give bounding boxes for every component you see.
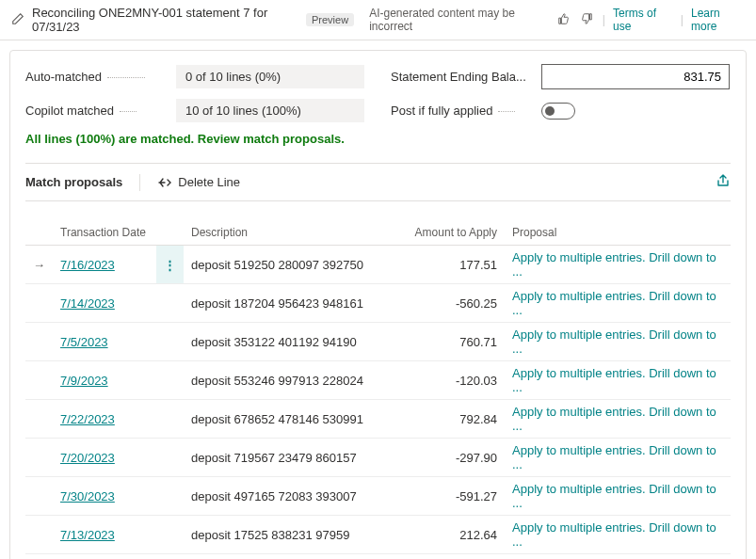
transaction-date-link[interactable]: 7/9/2023: [60, 374, 108, 388]
amount-cell: -120.03: [392, 361, 505, 400]
transaction-date-link[interactable]: 7/13/2023: [60, 528, 115, 542]
col-description[interactable]: Description: [184, 220, 392, 246]
thumbs-down-icon[interactable]: [578, 10, 595, 30]
amount-cell: 177.51: [392, 246, 505, 284]
ai-disclaimer: AI-generated content may be incorrect: [369, 7, 548, 33]
description-cell: deposit 553246 997913 228024: [184, 361, 392, 400]
amount-cell: 760.71: [392, 323, 505, 361]
terms-of-use-link[interactable]: Terms of use: [613, 7, 673, 33]
row-indicator: [25, 477, 53, 516]
description-cell: deposit 678652 478146 530991: [184, 400, 392, 439]
row-indicator: [25, 400, 53, 439]
balance-label: Statement Ending Bala...: [391, 70, 541, 84]
statement-ending-balance-input[interactable]: [541, 64, 730, 89]
match-proposals-heading: Match proposals: [25, 175, 122, 189]
transaction-date-link[interactable]: 7/5/2023: [60, 335, 108, 349]
table-row[interactable]: 7/20/2023deposit 719567 23479 860157-297…: [25, 439, 731, 477]
proposal-link[interactable]: Apply to multiple entries. Drill down to…: [512, 366, 716, 394]
amount-cell: -297.90: [392, 439, 505, 477]
proposal-link[interactable]: Apply to multiple entries. Drill down to…: [512, 327, 716, 356]
proposal-link[interactable]: Apply to multiple entries. Drill down to…: [512, 520, 716, 549]
proposal-link[interactable]: Apply to multiple entries. Drill down to…: [512, 289, 716, 317]
row-menu-icon[interactable]: ⋮: [164, 258, 176, 272]
learn-more-link[interactable]: Learn more: [691, 7, 745, 33]
description-cell: deposit 887397 874233 131207: [184, 554, 392, 560]
thumbs-up-icon[interactable]: [555, 10, 572, 30]
transaction-date-link[interactable]: 7/20/2023: [60, 451, 115, 465]
description-cell: deposit 719567 23479 860157: [184, 439, 392, 477]
row-indicator: [25, 284, 53, 323]
col-proposal[interactable]: Proposal: [505, 220, 731, 246]
description-cell: deposit 353122 401192 94190: [184, 323, 392, 361]
copilot-matched-value: 10 of 10 lines (100%): [176, 99, 364, 122]
amount-cell: 212.64: [392, 516, 505, 554]
table-row[interactable]: 7/14/2023deposit 187204 956423 948161-56…: [25, 284, 731, 323]
col-transaction-date[interactable]: Transaction Date: [53, 220, 156, 246]
post-if-fully-applied-toggle[interactable]: [541, 103, 575, 120]
table-row[interactable]: 7/30/2023deposit 497165 72083 393007-591…: [25, 477, 731, 516]
status-line: All lines (100%) are matched. Review mat…: [25, 132, 731, 146]
amount-cell: 792.84: [392, 400, 505, 439]
table-row[interactable]: 7/9/2023deposit 553246 997913 228024-120…: [25, 361, 731, 400]
proposal-link[interactable]: Apply to multiple entries. Drill down to…: [512, 250, 716, 279]
transaction-date-link[interactable]: 7/30/2023: [60, 489, 115, 503]
delete-line-icon: [157, 175, 172, 190]
table-row[interactable]: 7/5/2023deposit 353122 401192 94190760.7…: [25, 323, 731, 361]
table-row[interactable]: 7/13/2023deposit 17525 838231 97959212.6…: [25, 516, 731, 554]
row-indicator: [25, 554, 53, 560]
post-if-fully-applied-label: Post if fully applied: [391, 104, 541, 118]
page-title: Reconciling ONE2MNY-001 statement 7 for …: [32, 6, 298, 34]
proposal-link[interactable]: Apply to multiple entries. Drill down to…: [512, 482, 716, 510]
share-icon[interactable]: [716, 173, 731, 191]
row-indicator: [25, 439, 53, 477]
amount-cell: -218.61: [392, 554, 505, 560]
copilot-matched-label: Copilot matched: [25, 104, 176, 118]
row-indicator: →: [25, 246, 53, 284]
col-amount[interactable]: Amount to Apply: [392, 220, 505, 246]
row-indicator: [25, 361, 53, 400]
auto-matched-label: Auto-matched: [25, 70, 176, 84]
table-row[interactable]: 7/22/2023deposit 678652 478146 530991792…: [25, 400, 731, 439]
table-row[interactable]: →7/16/2023⋮deposit 519250 280097 3927501…: [25, 246, 731, 284]
row-indicator: [25, 323, 53, 361]
description-cell: deposit 497165 72083 393007: [184, 477, 392, 516]
transaction-date-link[interactable]: 7/14/2023: [60, 296, 115, 311]
amount-cell: -591.27: [392, 477, 505, 516]
delete-line-button[interactable]: Delete Line: [157, 175, 240, 190]
auto-matched-value: 0 of 10 lines (0%): [176, 65, 364, 88]
table-row[interactable]: 7/25/2023deposit 887397 874233 131207-21…: [25, 554, 731, 560]
match-proposals-table: Transaction Date Description Amount to A…: [25, 220, 731, 559]
edit-icon[interactable]: [11, 12, 24, 28]
row-indicator: [25, 516, 53, 554]
description-cell: deposit 519250 280097 392750: [184, 246, 392, 284]
preview-badge: Preview: [306, 13, 354, 26]
description-cell: deposit 17525 838231 97959: [184, 516, 392, 554]
amount-cell: -560.25: [392, 284, 505, 323]
description-cell: deposit 187204 956423 948161: [184, 284, 392, 323]
transaction-date-link[interactable]: 7/22/2023: [60, 412, 115, 426]
proposal-link[interactable]: Apply to multiple entries. Drill down to…: [512, 405, 716, 433]
proposal-link[interactable]: Apply to multiple entries. Drill down to…: [512, 443, 716, 471]
transaction-date-link[interactable]: 7/16/2023: [60, 258, 115, 272]
